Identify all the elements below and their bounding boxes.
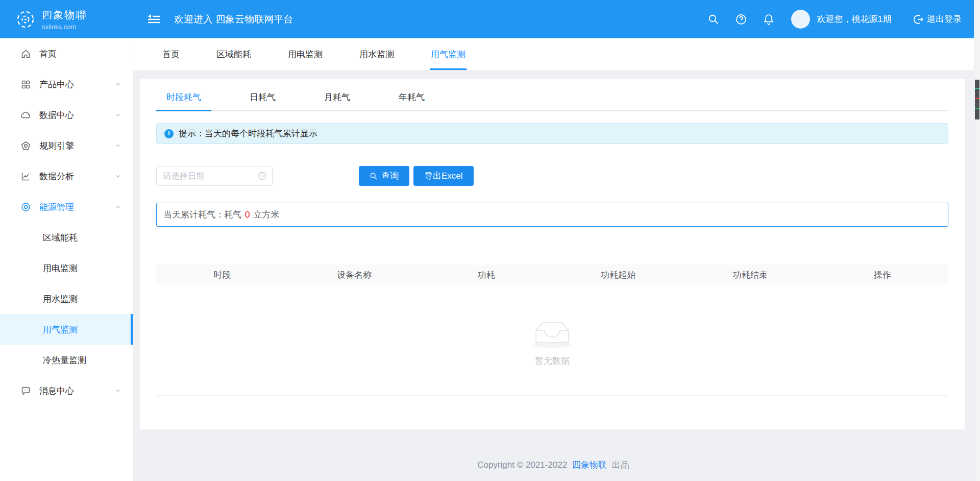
export-button-label: 导出Excel [424,170,463,182]
user-greeting: 欢迎您，桃花源1期 [817,13,891,25]
sidebar-collapse-button[interactable] [147,13,161,26]
clock-icon [257,171,267,181]
sidebar-item-message-center[interactable]: 消息中心 [0,375,133,406]
brand-logo[interactable]: 四象物聯 sxlinks.com [0,0,133,38]
gas-monitor-panel: 时段耗气 日耗气 月耗气 年耗气 i 提示：当天的每个时段耗气累计显示 [140,79,965,429]
empty-inbox-icon [529,314,576,349]
main-content: 时段耗气 日耗气 月耗气 年耗气 i 提示：当天的每个时段耗气累计显示 [133,70,974,481]
tab-water-monitor[interactable]: 用水监测 [341,38,412,70]
summary-label: 当天累计耗气：耗气 [163,209,241,221]
fold-menu-icon [147,13,161,26]
pentagon-seal-icon [20,140,31,151]
sidebar-subitem-region-energy[interactable]: 区域能耗 [0,222,133,253]
chevron-down-icon [114,81,121,88]
empty-state-text: 暂无数据 [535,355,570,367]
search-icon [370,172,378,180]
sidebar-item-label: 首页 [39,48,57,60]
home-icon [20,49,31,59]
logout-label: 退出登录 [927,13,962,25]
daily-total-summary: 当天累计耗气：耗气 0 立方米 [156,203,948,227]
sidebar-item-data-analysis[interactable]: 数据分析 [0,161,133,191]
column-header-device-name: 设备名称 [288,269,421,281]
tab-daily-gas[interactable]: 日耗气 [239,91,286,110]
tab-monthly-gas[interactable]: 月耗气 [314,91,360,110]
filter-bar: 查询 导出Excel [156,166,948,186]
sidebar-item-energy-management[interactable]: 能源管理 [0,191,133,222]
tab-yearly-gas[interactable]: 年耗气 [388,91,435,110]
tab-home[interactable]: 首页 [144,38,198,70]
consumption-table: 时段 设备名称 功耗 功耗起始 功耗结束 操作 暂无数据 [156,264,948,396]
export-excel-button[interactable]: 导出Excel [413,166,474,186]
avatar[interactable] [791,10,810,29]
app-header: 四象物聯 sxlinks.com 欢迎进入 四象云物联网平台 [0,0,980,38]
info-alert-text: 提示：当天的每个时段耗气累计显示 [179,128,317,139]
search-icon [707,13,720,26]
consumption-period-tabs: 时段耗气 日耗气 月耗气 年耗气 [156,79,948,111]
copyright-suffix: 出品 [612,460,629,470]
column-header-end: 功耗结束 [684,269,817,281]
sidebar-subitem-thermal-monitor[interactable]: 冷热量监测 [0,345,133,375]
logout-button[interactable]: 退出登录 [913,13,962,25]
column-header-consumption: 功耗 [420,269,552,281]
sidebar-item-label: 消息中心 [39,385,74,397]
query-button[interactable]: 查询 [359,166,409,186]
bell-icon [763,13,775,26]
sidebar: 首页 产品中心 数据中心 规则引擎 数据分析 [0,38,133,481]
sidebar-item-data-center[interactable]: 数据中心 [0,100,133,130]
chevron-up-icon [114,203,121,210]
info-alert: i 提示：当天的每个时段耗气累计显示 [156,123,948,144]
footer-brand-link[interactable]: 四象物联 [572,460,607,470]
page-footer: Copyright © 2021-2022 四象物联 出品 [133,459,974,471]
chevron-down-icon [114,387,121,394]
search-button[interactable] [707,13,720,26]
page-scrollbar[interactable] [974,0,980,481]
sidebar-item-label: 数据中心 [39,109,74,121]
sidebar-item-label: 产品中心 [39,79,74,90]
brand-logo-icon [15,9,36,30]
sidebar-item-label: 能源管理 [39,201,74,213]
column-header-start: 功耗起始 [552,269,684,281]
chevron-down-icon [114,111,121,118]
line-chart-icon [20,171,31,182]
chevron-down-icon [114,173,121,180]
tab-period-gas[interactable]: 时段耗气 [156,91,211,110]
column-header-period: 时段 [156,269,288,281]
column-header-actions: 操作 [816,269,948,281]
grid-icon [20,79,31,90]
notifications-button[interactable] [763,13,775,26]
chat-bubble-icon [20,386,31,396]
scrollbar-thumb[interactable] [975,80,979,119]
info-icon: i [164,129,174,138]
table-empty-state: 暂无数据 [156,285,948,395]
header-actions: 欢迎您，桃花源1期 退出登录 [692,10,980,29]
tab-gas-monitor[interactable]: 用气监测 [412,38,484,70]
sidebar-item-label: 规则引擎 [39,140,74,152]
sidebar-subitem-water-monitor[interactable]: 用水监测 [0,283,133,314]
sidebar-item-home[interactable]: 首页 [0,38,133,69]
sidebar-item-products[interactable]: 产品中心 [0,69,133,100]
help-button[interactable] [735,13,747,26]
logout-icon [913,14,924,25]
tab-electricity-monitor[interactable]: 用电监测 [270,38,341,70]
target-circles-icon [20,202,31,212]
top-nav-tabs: 首页 区域能耗 用电监测 用水监测 用气监测 [133,38,974,70]
table-header-row: 时段 设备名称 功耗 功耗起始 功耗结束 操作 [156,264,948,285]
date-picker-input[interactable] [156,166,273,186]
brand-subtitle: sxlinks.com [42,23,87,31]
copyright-text: Copyright © 2021-2022 [477,460,567,470]
help-icon [735,13,747,26]
brand-title: 四象物聯 [42,8,87,22]
sidebar-subitem-electricity-monitor[interactable]: 用电监测 [0,253,133,283]
chevron-down-icon [114,142,121,149]
summary-value: 0 [245,210,250,220]
sidebar-item-rule-engine[interactable]: 规则引擎 [0,130,133,161]
sidebar-item-label: 数据分析 [39,171,74,182]
tab-region-energy[interactable]: 区域能耗 [198,38,270,70]
sidebar-subitem-gas-monitor[interactable]: 用气监测 [0,314,133,345]
summary-unit: 立方米 [253,209,279,221]
query-button-label: 查询 [381,170,399,182]
cloud-icon [20,110,31,121]
welcome-title: 欢迎进入 四象云物联网平台 [174,13,293,26]
